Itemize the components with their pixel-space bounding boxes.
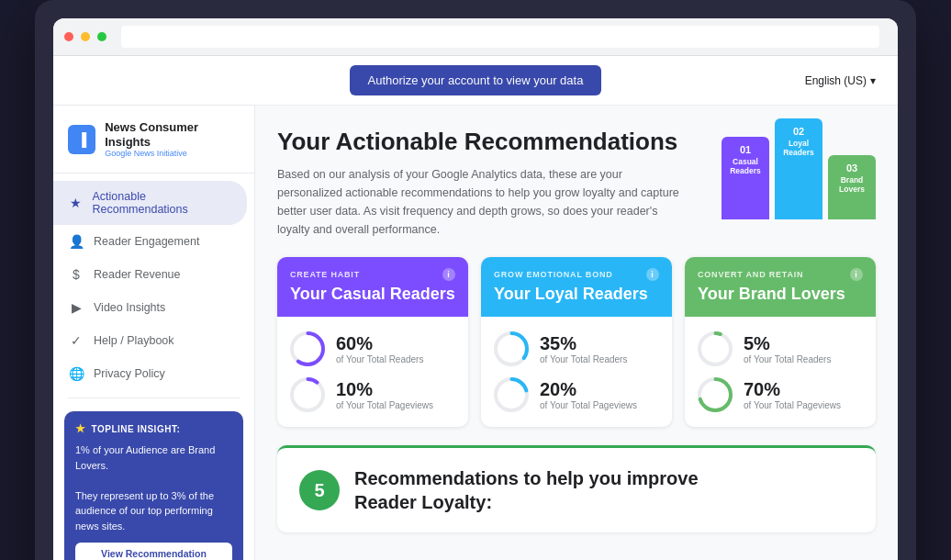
card-info-icon-brand[interactable]: i	[850, 268, 863, 281]
language-selector[interactable]: English (US) ▾	[805, 74, 876, 87]
browser-bar	[53, 18, 898, 56]
card-tag-text-loyal: GROW EMOTIONAL BOND	[494, 270, 613, 279]
sidebar-item-reader-engagement[interactable]: 👤Reader Engagement	[53, 225, 254, 258]
nav-label-help: Help / Playbook	[94, 334, 174, 347]
topline-text1: 1% of your Audience are Brand Lovers.	[75, 444, 215, 471]
card-title-loyal: Your Loyal Readers	[494, 285, 659, 304]
close-dot[interactable]	[64, 32, 73, 41]
minimize-dot[interactable]	[81, 32, 90, 41]
nav-label-actionable: Actionable Recommendations	[93, 190, 232, 216]
sidebar-item-video-insights[interactable]: ▶Video Insights	[53, 291, 254, 324]
reader-bar-2: 03Brand Lovers	[828, 155, 876, 219]
svg-point-2	[292, 379, 323, 410]
stat-row-brand-1: 70%of Your Total Pageviews	[698, 377, 863, 412]
stat-percent-casual-1: 10%	[336, 380, 433, 398]
reader-bar-0: 01Casual Readers	[722, 137, 769, 219]
cards-row: CREATE HABITiYour Casual Readers 60%of Y…	[277, 257, 876, 427]
topline-text: 1% of your Audience are Brand Lovers. Th…	[75, 442, 232, 533]
bar-label-2: Brand Lovers	[828, 175, 876, 194]
sidebar-item-privacy[interactable]: 🌐Privacy Policy	[53, 357, 254, 390]
sidebar: ▐ News Consumer Insights Google News Ini…	[53, 106, 255, 560]
nav-label-reader-engagement: Reader Engagement	[94, 235, 199, 248]
card-title-brand: Your Brand Lovers	[698, 285, 863, 304]
stat-row-casual-1: 10%of Your Total Pageviews	[290, 377, 455, 412]
app-title: News Consumer Insights	[105, 120, 240, 149]
card-loyal: GROW EMOTIONAL BONDiYour Loyal Readers 3…	[481, 257, 672, 427]
card-header-brand: CONVERT AND RETAINiYour Brand Lovers	[685, 257, 876, 317]
nav-label-reader-revenue: Reader Revenue	[94, 268, 181, 281]
donut-casual-0	[290, 331, 325, 366]
card-info-icon-casual[interactable]: i	[442, 268, 455, 281]
recommendations-text: Recommendations to help you improve Read…	[354, 466, 699, 514]
recommendations-section: 5 Recommendations to help you improve Re…	[277, 445, 876, 532]
nav-label-video-insights: Video Insights	[94, 301, 165, 314]
bar-number-0: 01	[740, 144, 751, 155]
stat-text-casual-1: 10%of Your Total Pageviews	[336, 380, 433, 410]
card-body-brand: 5%of Your Total Readers 70%of Your Total…	[685, 317, 876, 427]
reader-bars-chart: 01Casual Readers02Loyal Readers03Brand L…	[722, 128, 876, 219]
card-tag-casual: CREATE HABITi	[290, 268, 455, 281]
browser-window: Authorize your account to view your data…	[53, 18, 898, 560]
stat-percent-casual-0: 60%	[336, 334, 423, 353]
authorize-button[interactable]: Authorize your account to view your data	[350, 65, 602, 95]
stat-percent-brand-1: 70%	[744, 380, 841, 398]
reader-bar-1: 02Loyal Readers	[775, 118, 822, 219]
bar-number-2: 03	[846, 162, 857, 174]
app-subtitle: Google News Initiative	[105, 149, 240, 158]
stat-label-brand-1: of Your Total Pageviews	[744, 400, 841, 410]
bar-label-0: Casual Readers	[722, 157, 769, 175]
page-description: Based on our analysis of your Google Ana…	[277, 165, 681, 239]
sidebar-item-reader-revenue[interactable]: $Reader Revenue	[53, 258, 254, 291]
card-tag-text-casual: CREATE HABIT	[290, 270, 360, 279]
card-header-casual: CREATE HABITiYour Casual Readers	[277, 257, 468, 317]
main-content: Your Actionable Recommendations Based on…	[255, 106, 898, 560]
logo-text: News Consumer Insights Google News Initi…	[105, 120, 240, 158]
bar-number-1: 02	[793, 126, 804, 137]
stat-label-casual-1: of Your Total Pageviews	[336, 400, 433, 410]
stat-percent-brand-0: 5%	[744, 334, 831, 353]
stat-text-loyal-0: 35%of Your Total Readers	[540, 334, 627, 364]
donut-brand-1	[698, 377, 733, 412]
card-info-icon-loyal[interactable]: i	[646, 268, 659, 281]
auth-bar: Authorize your account to view your data…	[53, 56, 898, 106]
app-layout: ▐ News Consumer Insights Google News Ini…	[53, 106, 898, 560]
nav-divider	[68, 398, 240, 398]
nav-icon-help: ✓	[68, 333, 84, 348]
topline-insight-card: ★ TOPLINE INSIGHT: 1% of your Audience a…	[64, 411, 243, 560]
star-icon: ★	[75, 422, 86, 435]
stat-row-loyal-1: 20%of Your Total Pageviews	[494, 377, 659, 412]
bar-label-1: Loyal Readers	[775, 139, 822, 157]
view-recommendation-button[interactable]: View Recommendation	[75, 543, 232, 560]
donut-loyal-1	[494, 377, 529, 412]
nav-icon-reader-revenue: $	[68, 267, 84, 282]
stat-text-loyal-1: 20%of Your Total Pageviews	[540, 380, 637, 410]
rec-line1: Recommendations to help you improve	[354, 468, 699, 488]
page-title: Your Actionable Recommendations	[277, 128, 681, 156]
card-brand: CONVERT AND RETAINiYour Brand Lovers 5%o…	[685, 257, 876, 427]
sidebar-item-actionable[interactable]: ★Actionable Recommendations	[53, 181, 247, 225]
nav-label-privacy: Privacy Policy	[94, 367, 165, 380]
recommendations-count: 5	[299, 470, 340, 510]
stat-row-loyal-0: 35%of Your Total Readers	[494, 331, 659, 366]
stat-percent-loyal-0: 35%	[540, 334, 627, 353]
stat-label-casual-0: of Your Total Readers	[336, 354, 423, 364]
sidebar-logo: ▐ News Consumer Insights Google News Ini…	[53, 120, 254, 174]
chevron-down-icon: ▾	[870, 74, 876, 87]
stat-text-brand-1: 70%of Your Total Pageviews	[744, 380, 841, 410]
maximize-dot[interactable]	[97, 32, 106, 41]
app-logo-icon: ▐	[68, 125, 95, 154]
sidebar-item-help[interactable]: ✓Help / Playbook	[53, 324, 254, 357]
device-frame: Authorize your account to view your data…	[35, 0, 916, 560]
card-header-loyal: GROW EMOTIONAL BONDiYour Loyal Readers	[481, 257, 672, 317]
card-tag-brand: CONVERT AND RETAINi	[698, 268, 863, 281]
nav-icon-privacy: 🌐	[68, 366, 84, 381]
stat-text-casual-0: 60%of Your Total Readers	[336, 334, 423, 364]
url-bar[interactable]	[121, 26, 879, 48]
stat-row-brand-0: 5%of Your Total Readers	[698, 331, 863, 366]
card-title-casual: Your Casual Readers	[290, 285, 455, 304]
stat-label-loyal-1: of Your Total Pageviews	[540, 400, 637, 410]
stat-text-brand-0: 5%of Your Total Readers	[744, 334, 831, 364]
topline-header: ★ TOPLINE INSIGHT:	[75, 422, 232, 435]
nav-icon-reader-engagement: 👤	[68, 234, 84, 249]
stat-label-brand-0: of Your Total Readers	[744, 354, 831, 364]
